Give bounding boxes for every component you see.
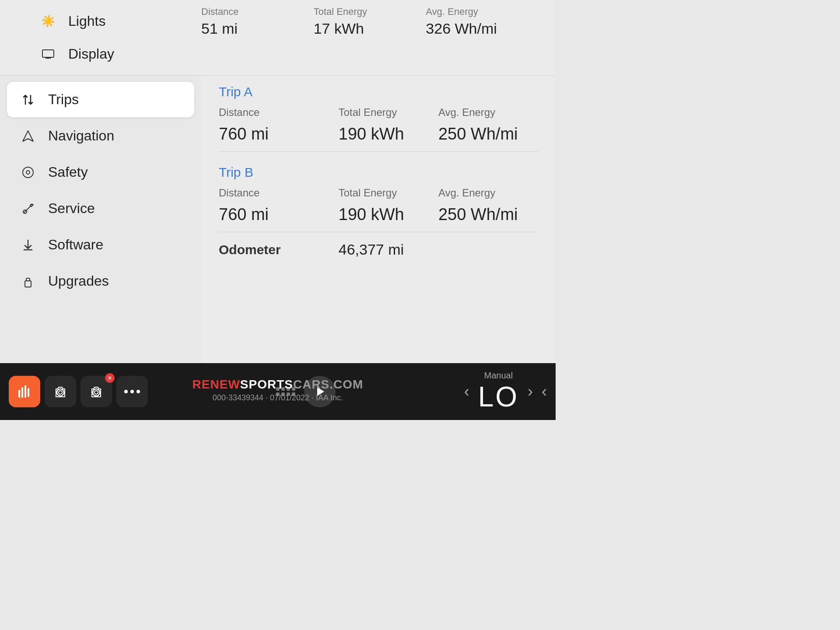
sidebar-item-display[interactable]: Display <box>27 40 181 68</box>
trip-b-avg-energy-value: 250 Wh/mi <box>438 205 538 224</box>
svg-point-4 <box>23 167 33 178</box>
odometer-label: Odometer <box>219 242 339 257</box>
brand-renew: RENEW <box>192 378 240 391</box>
upgrades-icon <box>20 273 36 289</box>
main-content: Trip A Distance Total Energy Avg. Energy… <box>201 76 556 363</box>
taskbar-right: ‹ Manual LO › ‹ <box>464 371 547 413</box>
trip-b-header-row: Distance Total Energy Avg. Energy <box>219 187 538 202</box>
sidebar-item-upgrades[interactable]: Upgrades <box>7 263 194 299</box>
trip-b-total-energy-col: Total Energy <box>339 187 438 202</box>
svg-rect-9 <box>18 390 20 398</box>
trip-b-value-row: 760 mi 190 kWh 250 Wh/mi <box>219 205 538 224</box>
trip-a-distance-value: 760 mi <box>219 125 339 144</box>
trip-b-distance-value: 760 mi <box>219 205 339 224</box>
svg-point-18 <box>130 390 134 393</box>
trip-a-total-energy-col: Total Energy <box>339 106 438 121</box>
trip-a-avg-energy-val-col: 250 Wh/mi <box>438 125 538 144</box>
sidebar-item-safety[interactable]: Safety <box>7 154 194 190</box>
camera1-icon[interactable] <box>45 376 76 407</box>
odometer-value: 46,377 mi <box>339 241 538 258</box>
brand-cars: CARS.COM <box>293 378 363 391</box>
svg-point-14 <box>59 391 62 394</box>
trip-a-total-energy-val-col: 190 kWh <box>339 125 438 144</box>
service-label: Service <box>48 200 95 217</box>
top-avg-energy-value: 326 Wh/mi <box>426 20 538 37</box>
lo-control: Manual LO <box>478 371 519 413</box>
brand-sports: SPORTS <box>240 378 293 391</box>
camera-badge: ✕ <box>105 373 115 383</box>
top-distance-val-col: 51 mi <box>201 20 314 37</box>
svg-point-19 <box>136 390 140 393</box>
watermark: RENEWSPORTSCARS.COM 000-33439344 · 07/01… <box>192 378 364 402</box>
more-dots-icon[interactable] <box>116 376 148 407</box>
svg-marker-3 <box>23 131 33 141</box>
top-avg-energy-col: Avg. Energy <box>426 6 538 18</box>
top-avg-energy-val-col: 326 Wh/mi <box>426 20 538 37</box>
sidebar: Trips Navigation Safe <box>0 76 201 363</box>
lo-label: LO <box>478 381 519 413</box>
display-icon <box>40 46 56 62</box>
trip-b-avg-energy-col: Avg. Energy <box>438 187 538 202</box>
sidebar-item-software[interactable]: Software <box>7 227 194 262</box>
trip-a-avg-energy-label: Avg. Energy <box>438 106 538 119</box>
trip-a-total-energy-value: 190 kWh <box>339 125 438 144</box>
sidebar-item-service[interactable]: Service <box>7 191 194 226</box>
trip-b-section: Trip B Distance Total Energy Avg. Energy… <box>219 156 538 232</box>
top-total-energy-val-col: 17 kWh <box>314 20 426 37</box>
lights-icon: ☀️ <box>40 14 56 29</box>
display-label: Display <box>68 46 114 62</box>
trips-icon <box>20 92 36 108</box>
software-label: Software <box>48 237 103 253</box>
upgrades-label: Upgrades <box>48 273 109 289</box>
svg-point-17 <box>124 390 128 393</box>
sidebar-item-lights[interactable]: ☀️ Lights <box>27 7 181 35</box>
taskbar: ✕ <box>0 363 556 420</box>
manual-label: Manual <box>478 371 519 381</box>
navigation-icon <box>20 128 36 144</box>
trip-a-distance-label: Distance <box>219 106 339 119</box>
software-icon <box>20 237 36 253</box>
trip-b-avg-energy-val-col: 250 Wh/mi <box>438 205 538 224</box>
trip-a-title: Trip A <box>219 84 538 99</box>
trips-label: Trips <box>48 91 79 108</box>
camera2-icon[interactable]: ✕ <box>80 376 112 407</box>
top-partial-content: Distance Total Energy Avg. Energy 51 mi … <box>201 0 556 75</box>
trip-a-distance-val-col: 760 mi <box>219 125 339 144</box>
svg-rect-10 <box>21 387 23 398</box>
top-total-energy-label: Total Energy <box>314 6 426 18</box>
navigation-label: Navigation <box>48 128 114 144</box>
trip-a-distance-col: Distance <box>219 106 339 121</box>
trip-a-value-row: 760 mi 190 kWh 250 Wh/mi <box>219 125 538 144</box>
safety-label: Safety <box>48 164 88 180</box>
trip-b-total-energy-val-col: 190 kWh <box>339 205 438 224</box>
sidebar-item-navigation[interactable]: Navigation <box>7 118 194 154</box>
svg-rect-12 <box>28 388 29 397</box>
waveform-icon[interactable] <box>9 376 40 407</box>
trip-b-total-energy-label: Total Energy <box>339 187 438 199</box>
top-avg-energy-label: Avg. Energy <box>426 6 538 18</box>
svg-point-13 <box>57 389 64 396</box>
svg-point-16 <box>94 391 98 394</box>
watermark-id: 000-33439344 · 07/01/2022 · IAA Inc. <box>192 393 364 402</box>
trip-a-avg-energy-col: Avg. Energy <box>438 106 538 121</box>
trip-b-title: Trip B <box>219 165 538 180</box>
svg-point-5 <box>26 171 30 174</box>
trip-b-distance-label: Distance <box>219 187 339 199</box>
nav-left-arrow[interactable]: ‹ <box>464 382 469 401</box>
safety-icon <box>20 164 36 180</box>
nav-right-arrow2[interactable]: ‹ <box>542 382 547 401</box>
top-distance-value: 51 mi <box>201 20 314 37</box>
trip-a-section: Trip A Distance Total Energy Avg. Energy… <box>219 76 538 152</box>
trip-b-distance-val-col: 760 mi <box>219 205 339 224</box>
odometer-section: Odometer 46,377 mi <box>219 232 538 262</box>
trip-a-avg-energy-value: 250 Wh/mi <box>438 125 538 144</box>
lights-label: Lights <box>68 13 105 29</box>
top-total-energy-col: Total Energy <box>314 6 426 18</box>
trip-b-avg-energy-label: Avg. Energy <box>438 187 538 199</box>
nav-right-arrow[interactable]: › <box>528 382 533 401</box>
watermark-brand: RENEWSPORTSCARS.COM <box>192 378 364 392</box>
sidebar-item-trips[interactable]: Trips <box>7 82 194 117</box>
svg-rect-11 <box>24 385 26 398</box>
service-icon <box>20 201 36 217</box>
svg-rect-0 <box>42 50 54 57</box>
